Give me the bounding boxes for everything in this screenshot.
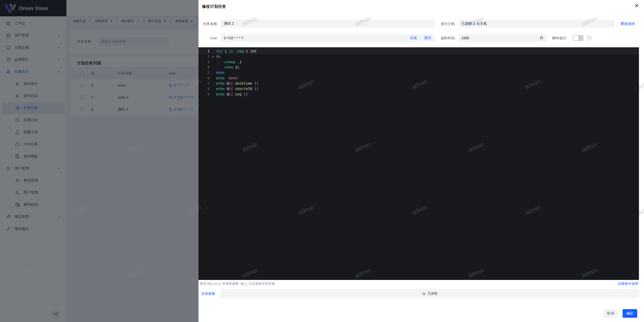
editor-line-3: 3 sleep .1 <box>198 59 639 65</box>
params-hint: 使用 @{{ xxx }} 来替换参数, 输入_可以获取全部变量 <box>199 281 275 286</box>
editor-line-2: 2do <box>198 54 639 59</box>
cron-test-button[interactable]: 测试 <box>421 36 435 40</box>
line-number: 7 <box>198 81 210 86</box>
script-exec-label: 脚本执行 <box>552 34 566 42</box>
cron-label: cron <box>198 34 217 42</box>
reselect-hosts-link[interactable]: 重新选择 <box>621 20 635 28</box>
help-icon[interactable]: ? <box>587 36 591 40</box>
line-number: 1 <box>198 49 210 54</box>
editor-line-1: 1for i in `seq 1 100` <box>198 49 639 54</box>
editor-line-4: 4 echo $i <box>198 65 639 70</box>
edit-scheduled-task-modal: 修改计划任务 ✕ 任务名称 测试 2 执行主机 已选择 2 台主机 重新选择 c… <box>198 0 644 322</box>
modal-title: 修改计划任务 <box>202 4 226 9</box>
fold-chevron-icon[interactable] <box>210 54 216 59</box>
cancel-button[interactable]: 取消 <box>603 309 618 318</box>
editor-line-9: 9echo @{{ seq }} <box>198 92 639 97</box>
cron-input[interactable]: 0 */10 * * * ? 生成 测试 <box>221 34 435 42</box>
timeout-label: 超时时间 <box>436 34 455 42</box>
line-number: 9 <box>198 92 210 97</box>
editor-line-6: 6echo 'done' <box>198 76 639 81</box>
editor-line-5: 5done <box>198 70 639 75</box>
no-params-icon <box>422 292 426 295</box>
timeout-input[interactable]: 1000 秒 <box>458 34 546 42</box>
cron-value: 0 */10 * * * ? <box>221 36 406 40</box>
editor-line-8: 8echo @{{ sourceId }} <box>198 86 639 91</box>
confirm-button[interactable]: 确定 <box>623 309 637 318</box>
add-param-link[interactable]: 添加参数 <box>201 289 215 298</box>
select-from-template-link[interactable]: 从模板中选择 <box>618 281 638 286</box>
selected-hosts-display[interactable]: 已选择 2 台主机 <box>458 20 614 28</box>
no-params-box: 无参数 <box>221 289 639 298</box>
line-number: 4 <box>198 65 210 70</box>
script-exec-toggle[interactable] <box>573 35 583 41</box>
task-name-label: 任务名称 <box>198 20 217 28</box>
modal-close-icon[interactable]: ✕ <box>634 3 639 9</box>
line-number: 3 <box>198 59 210 65</box>
code-editor[interactable]: 1for i in `seq 1 100`2do3 sleep .14 echo… <box>198 47 639 280</box>
editor-line-7: 7echo @{{ datetime }} <box>198 81 639 86</box>
line-number: 8 <box>198 86 210 91</box>
selected-host-count: 2 <box>473 22 475 26</box>
exec-hosts-label: 执行主机 <box>436 20 455 28</box>
task-name-input[interactable]: 测试 2 <box>221 20 435 28</box>
cron-generate-button[interactable]: 生成 <box>406 36 420 40</box>
line-number: 2 <box>198 54 210 59</box>
timeout-unit: 秒 <box>540 36 543 40</box>
line-number: 5 <box>198 70 210 75</box>
line-number: 6 <box>198 76 210 81</box>
